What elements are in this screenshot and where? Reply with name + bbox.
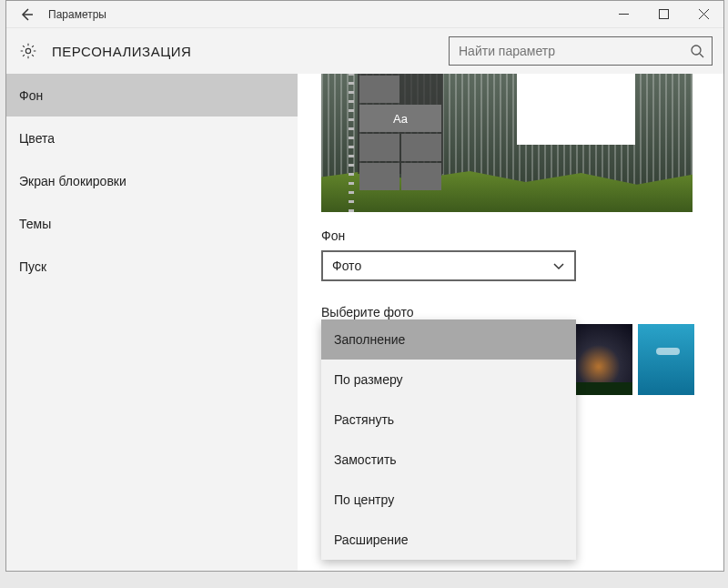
search-input[interactable] bbox=[459, 44, 690, 58]
minimize-button[interactable] bbox=[603, 1, 643, 28]
search-icon bbox=[690, 44, 704, 58]
sidebar-item-colors[interactable]: Цвета bbox=[6, 117, 298, 159]
preview-app-window bbox=[517, 74, 635, 145]
sidebar: Фон Цвета Экран блокировки Темы Пуск bbox=[6, 74, 298, 571]
page-title: ПЕРСОНАЛИЗАЦИЯ bbox=[52, 44, 449, 59]
fit-option-span[interactable]: Расширение bbox=[321, 520, 576, 560]
sidebar-item-start[interactable]: Пуск bbox=[6, 245, 298, 288]
back-button[interactable] bbox=[14, 2, 39, 27]
preview-tile bbox=[359, 76, 399, 103]
option-label: По центру bbox=[334, 492, 394, 507]
window-title: Параметры bbox=[48, 8, 603, 21]
settings-window: Параметры ПЕРСОНАЛИЗАЦИЯ Фон Цвета Экр bbox=[5, 0, 724, 572]
fit-option-fill[interactable]: Заполнение bbox=[321, 319, 576, 360]
sidebar-item-label: Темы bbox=[19, 217, 51, 231]
preview-tile bbox=[359, 134, 399, 161]
minimize-icon bbox=[619, 9, 629, 19]
fit-option-tile[interactable]: Замостить bbox=[321, 440, 576, 480]
content-pane: Aa Фон Фото Выберите фото Заполнение bbox=[298, 74, 723, 571]
photo-thumb[interactable] bbox=[576, 324, 632, 395]
combo-value: Фото bbox=[332, 259, 552, 273]
preview-tile bbox=[401, 134, 441, 161]
chevron-down-icon bbox=[552, 259, 565, 272]
sidebar-item-label: Пуск bbox=[19, 259, 46, 274]
photo-thumb[interactable] bbox=[638, 324, 694, 395]
option-label: По размеру bbox=[334, 372, 403, 387]
choose-photo-label: Выберите фото bbox=[321, 305, 723, 319]
preview-tile-text: Aa bbox=[359, 105, 441, 132]
maximize-button[interactable] bbox=[643, 1, 683, 28]
preview-tile bbox=[401, 163, 441, 190]
close-icon bbox=[699, 9, 709, 19]
fit-dropdown: Заполнение По размеру Растянуть Замостит… bbox=[321, 319, 576, 560]
maximize-icon bbox=[659, 9, 669, 19]
close-button[interactable] bbox=[683, 1, 723, 28]
sidebar-item-themes[interactable]: Темы bbox=[6, 202, 298, 245]
option-label: Замостить bbox=[334, 452, 397, 467]
fit-option-center[interactable]: По центру bbox=[321, 480, 576, 520]
window-controls bbox=[603, 1, 723, 28]
preview-start-tiles: Aa bbox=[358, 74, 443, 174]
back-arrow-icon bbox=[19, 7, 34, 22]
title-bar: Параметры bbox=[6, 1, 723, 28]
background-label: Фон bbox=[321, 228, 723, 243]
sidebar-item-lockscreen[interactable]: Экран блокировки bbox=[6, 159, 298, 202]
preview-taskbar bbox=[349, 74, 354, 212]
svg-rect-0 bbox=[659, 10, 668, 19]
option-label: Заполнение bbox=[334, 332, 405, 347]
svg-point-2 bbox=[692, 46, 701, 55]
fit-option-stretch[interactable]: Растянуть bbox=[321, 400, 576, 440]
sidebar-item-label: Экран блокировки bbox=[19, 174, 126, 188]
background-type-combo[interactable]: Фото bbox=[321, 250, 576, 281]
body: Фон Цвета Экран блокировки Темы Пуск Aa bbox=[6, 74, 723, 571]
sidebar-item-background[interactable]: Фон bbox=[6, 74, 298, 117]
gear-icon bbox=[17, 40, 39, 62]
option-label: Расширение bbox=[334, 532, 409, 547]
search-box[interactable] bbox=[449, 36, 713, 66]
fit-option-fit[interactable]: По размеру bbox=[321, 360, 576, 400]
desktop-preview: Aa bbox=[321, 74, 693, 212]
photo-thumbnails bbox=[576, 324, 694, 395]
header-bar: ПЕРСОНАЛИЗАЦИЯ bbox=[6, 28, 723, 74]
sidebar-item-label: Фон bbox=[19, 88, 43, 103]
sidebar-item-label: Цвета bbox=[19, 131, 55, 146]
svg-point-1 bbox=[25, 48, 30, 53]
preview-tile bbox=[359, 163, 399, 190]
option-label: Растянуть bbox=[334, 412, 394, 427]
